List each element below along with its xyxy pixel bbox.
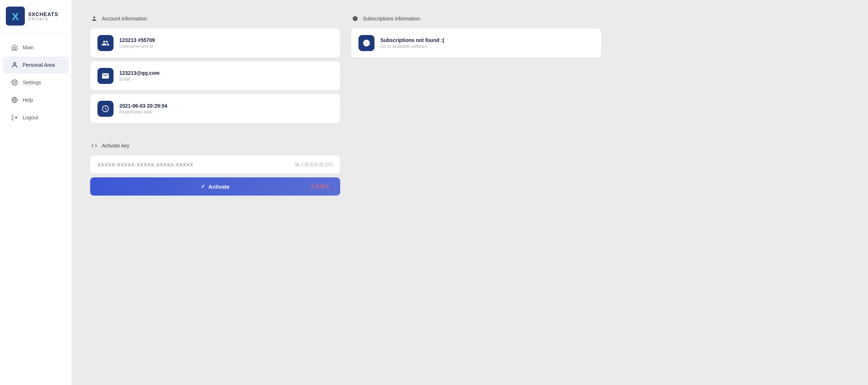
subscriptions-section: Subscriptions information Subscriptions … (351, 15, 601, 196)
regdate-card-icon (97, 101, 114, 117)
sidebar-label-main: Main (23, 45, 34, 50)
sidebar-item-settings[interactable]: Settings (3, 74, 69, 91)
subscriptions-card-icon (358, 35, 375, 51)
user-icon (11, 61, 18, 69)
sidebar-nav: Main Personal Area Settings Help Logout (0, 32, 72, 385)
home-icon (11, 44, 18, 51)
brand-icon: X (6, 7, 25, 26)
svg-text:X: X (12, 11, 19, 22)
sidebar-item-logout[interactable]: Logout (3, 109, 69, 126)
activate-header: Activate key (90, 142, 340, 150)
account-section: Account information 123213 #55709 Userna… (90, 15, 340, 127)
email-card-text: 123213@qq.com Email (119, 70, 160, 82)
regdate-label: Registration date (119, 109, 168, 115)
username-card: 123213 #55709 Username and id (90, 28, 340, 58)
activate-button-chinese: 点击激活 (310, 183, 329, 190)
username-value: 123213 #55709 (119, 37, 155, 43)
sidebar-item-help[interactable]: Help (3, 92, 69, 108)
key-input-hint: 输入购买的激活码 (295, 161, 333, 168)
brand-subtitle: PRIVATE (28, 17, 58, 21)
regdate-card: 2021-06-03 20:29:04 Registration date (90, 94, 340, 123)
settings-icon (11, 79, 18, 86)
brand-title: 0XCHEATS (28, 11, 58, 17)
account-header-icon (90, 15, 98, 23)
main-content: Account information 123213 #55709 Userna… (72, 0, 868, 385)
sidebar: X 0XCHEATS PRIVATE Main Personal Area Se… (0, 0, 72, 385)
brand-text: 0XCHEATS PRIVATE (28, 11, 58, 21)
sidebar-label-logout: Logout (23, 115, 38, 120)
email-label: Email (119, 77, 160, 82)
svg-point-3 (14, 82, 16, 84)
sidebar-item-personal-area[interactable]: Personal Area (3, 57, 69, 73)
sidebar-item-main[interactable]: Main (3, 39, 69, 56)
account-section-header: Account information (90, 15, 340, 23)
sidebar-label-personal-area: Personal Area (23, 62, 55, 68)
activate-header-label: Activate key (102, 143, 129, 149)
help-icon (11, 96, 18, 104)
activate-section: Activate key 输入购买的激活码 ✓ Activate 点击激活 (90, 142, 340, 196)
email-value: 123213@qq.com (119, 70, 160, 76)
logout-icon (11, 114, 18, 121)
svg-point-2 (14, 62, 16, 65)
username-card-text: 123213 #55709 Username and id (119, 37, 155, 49)
sidebar-label-settings: Settings (23, 80, 41, 85)
subscriptions-header: Subscriptions information (351, 15, 601, 23)
email-card: 123213@qq.com Email (90, 61, 340, 91)
email-card-icon (97, 68, 114, 84)
activate-check-icon: ✓ (201, 183, 206, 190)
regdate-value: 2021-06-03 20:29:04 (119, 103, 168, 109)
activate-button[interactable]: ✓ Activate 点击激活 (90, 177, 340, 196)
username-label: Username and id (119, 44, 155, 49)
sidebar-label-help: Help (23, 97, 33, 103)
content-grid: Account information 123213 #55709 Userna… (90, 15, 601, 196)
regdate-card-text: 2021-06-03 20:29:04 Registration date (119, 103, 168, 115)
brand-logo: X 0XCHEATS PRIVATE (0, 0, 72, 32)
key-input[interactable] (97, 162, 291, 168)
code-icon (90, 142, 98, 150)
subscriptions-header-label: Subscriptions information (363, 16, 420, 22)
subscriptions-card-text: Subscriptions not found :( Go to availab… (380, 37, 444, 49)
username-card-icon (97, 35, 114, 51)
activate-button-label: Activate (208, 184, 230, 190)
subscriptions-status: Subscriptions not found :( (380, 37, 444, 43)
subscriptions-card: Subscriptions not found :( Go to availab… (351, 28, 601, 58)
subscriptions-header-icon (351, 15, 359, 23)
key-input-wrapper[interactable]: 输入购买的激活码 (90, 155, 340, 174)
account-header-label: Account information (102, 16, 147, 22)
subscriptions-hint: Go to available software (380, 44, 444, 49)
